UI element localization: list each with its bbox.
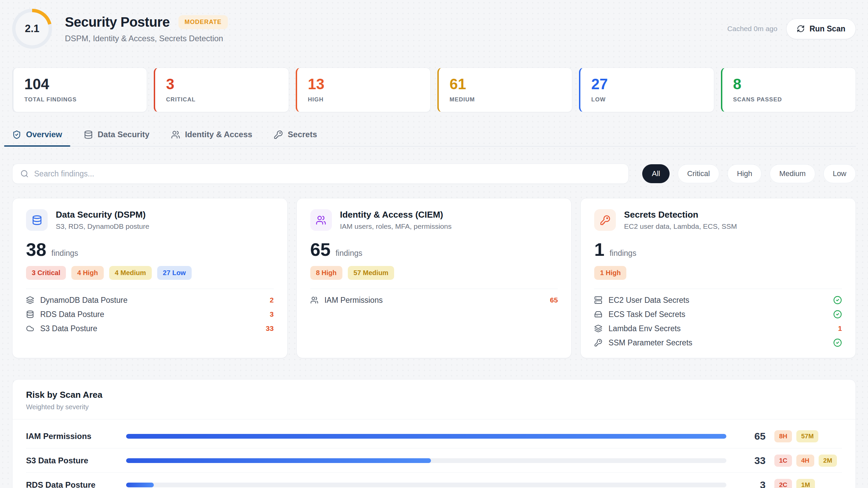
risk-bar-fill [126,483,154,487]
hard-drive-icon [594,310,602,318]
tab-secrets[interactable]: Secrets [274,130,317,146]
shield-check-icon [12,130,21,139]
refresh-icon [797,25,805,33]
run-scan-button[interactable]: Run Scan [786,19,856,39]
stat-card-medium: 61 MEDIUM [437,68,572,112]
filter-high[interactable]: High [727,164,762,183]
risk-badge: 2C [774,479,792,488]
filter-medium[interactable]: Medium [770,164,815,183]
stat-value: 61 [450,77,561,92]
filter-critical[interactable]: Critical [678,164,719,183]
item-label: RDS Data Posture [40,310,104,319]
findings-count: 1 [594,240,604,259]
risk-bar-fill [126,434,726,439]
tab-overview[interactable]: Overview [12,130,62,146]
stat-value: 3 [166,77,278,92]
card-title: Identity & Access (CIEM) [340,210,452,220]
layers-icon [26,296,34,304]
risk-level-badge: MODERATE [178,15,228,29]
list-item[interactable]: EC2 User Data Secrets [594,293,842,307]
risk-badge: 4H [796,455,814,467]
list-item[interactable]: SSM Parameter Secrets [594,336,842,350]
list-item[interactable]: ECS Task Def Secrets [594,307,842,321]
card-identity-access: Identity & Access (CIEM) IAM users, role… [296,198,572,358]
card-divider [310,289,558,289]
list-item[interactable]: RDS Data Posture 3 [26,307,274,321]
item-label: ECS Task Def Secrets [608,310,685,319]
database-icon [84,130,93,139]
key-icon [274,130,283,139]
list-item[interactable]: IAM Permissions 65 [310,293,558,307]
card-icon-tile [594,209,616,231]
item-count: 3 [270,310,274,318]
risk-value: 33 [735,455,766,466]
search-input[interactable] [12,164,629,184]
section-title: Risk by Scan Area [26,390,842,400]
item-label: DynamoDB Data Posture [40,296,127,305]
stats-row: 104 TOTAL FINDINGS 3 CRITICAL 13 HIGH 61… [12,68,856,112]
risk-badge: 2M [819,455,837,467]
check-circle-icon [833,296,842,304]
risk-label: S3 Data Posture [26,456,117,465]
card-data-security: Data Security (DSPM) S3, RDS, DynamoDB p… [12,198,288,358]
stat-card-scans-passed: 8 SCANS PASSED [721,68,856,112]
key-icon [594,339,602,347]
item-label: SSM Parameter Secrets [608,338,692,347]
tab-label: Identity & Access [185,130,252,139]
page-title: Security Posture [65,15,170,30]
key-icon [600,215,610,225]
check-circle-icon [833,338,842,347]
severity-badge: 8 High [310,266,342,280]
risk-badge: 57M [796,430,818,442]
item-count: 1 [838,324,842,333]
database-icon [32,215,42,225]
severity-badge: 3 Critical [26,266,66,280]
page-subtitle: DSPM, Identity & Access, Secrets Detecti… [65,34,228,43]
list-item[interactable]: Lambda Env Secrets 1 [594,321,842,336]
item-label: IAM Permissions [324,296,383,305]
severity-badge: 1 High [594,266,626,280]
tab-label: Overview [26,130,62,139]
risk-row: S3 Data Posture 33 1C 4H 2M [26,448,842,473]
list-item[interactable]: S3 Data Posture 33 [26,321,274,336]
stat-card-total: 104 TOTAL FINDINGS [12,68,147,112]
stat-label: TOTAL FINDINGS [24,96,136,103]
findings-label: findings [336,249,362,258]
filter-low[interactable]: Low [823,164,856,183]
cache-status: Cached 0m ago [727,25,777,33]
check-circle-icon [833,310,842,319]
risk-value: 3 [735,479,766,488]
card-title: Secrets Detection [624,210,737,220]
risk-bar-track [126,434,726,439]
item-count: 2 [270,296,274,304]
risk-bar-track [126,458,726,463]
filter-all[interactable]: All [642,164,669,183]
stat-value: 13 [308,77,419,92]
tab-identity-access[interactable]: Identity & Access [171,130,252,146]
database-icon [26,310,34,318]
severity-badge: 27 Low [157,266,192,280]
risk-label: IAM Permissions [26,432,117,441]
risk-badge: 1M [796,479,815,488]
score-ring: 2.1 [12,9,52,49]
users-icon [310,296,318,304]
stat-value: 8 [733,77,845,92]
users-icon [316,215,326,225]
score-value: 2.1 [16,12,49,45]
item-count: 33 [266,324,273,333]
item-label: EC2 User Data Secrets [608,296,689,305]
risk-bar-fill [126,458,431,463]
card-icon-tile [310,209,332,231]
stat-label: HIGH [308,96,419,103]
findings-count: 38 [26,240,46,259]
tab-bar: Overview Data Security Identity & Access… [12,130,856,147]
tab-data-security[interactable]: Data Security [84,130,149,146]
risk-badge: 8H [774,430,792,442]
cloud-icon [26,324,34,333]
findings-label: findings [51,249,78,258]
list-item[interactable]: DynamoDB Data Posture 2 [26,293,274,307]
stat-card-low: 27 LOW [579,68,714,112]
risk-bar-track [126,483,726,487]
severity-filters: All Critical High Medium Low [642,164,856,183]
section-subtitle: Weighted by severity [26,403,842,411]
